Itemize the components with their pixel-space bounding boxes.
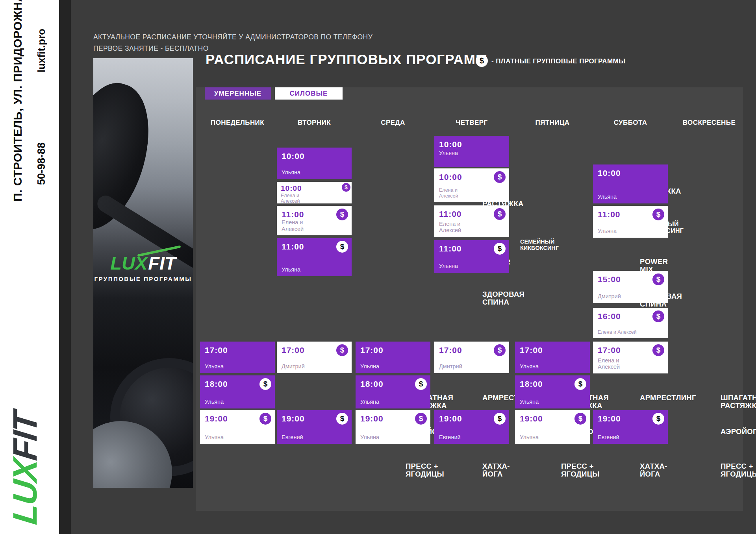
class-instructor: Елена и Алексей [598,329,663,335]
class-instructor: Евгений [439,434,504,441]
class-time: 17:00 [520,346,585,355]
class-card: $16:00СЕМЕЙНЫЙ КИКБОКСИНГЕлена и Алексей [593,308,668,338]
paid-badge-icon: $ [336,209,348,220]
class-card: $11:00ЗДОРОВАЯ СПИНАУльяна [277,238,352,276]
paid-badge-icon: $ [342,183,350,192]
class-title: ЗДОРОВАЯ СПИНА [482,290,524,306]
class-card: $17:00POWER MIXЕлена и Алексей [593,342,668,373]
page-title: РАСПИСАНИЕ ГРУППОВЫХ ПРОГРАММ [206,52,487,67]
logo-caption: ГРУППОВЫЕ ПРОГРАММЫ [93,275,193,282]
paid-badge-icon: $ [415,413,427,425]
top-note: АКТУАЛЬНОЕ РАСПИСАНИЕ УТОЧНЯЙТЕ У АДМИНИ… [93,31,372,54]
class-card: 10:00РАСТЯЖКАУльяна [434,136,509,167]
luxfit-logo-vertical: LUXFIT [8,338,46,524]
paid-legend-text: - ПЛАТНЫЕ ГРУППОВЫЕ ПРОГРАММЫ [491,57,625,65]
class-instructor: Ульяна [360,399,426,405]
class-instructor: Дмитрий [439,363,504,370]
class-instructor: Елена и Алексей [598,357,663,370]
class-instructor: Ульяна [360,434,426,441]
class-instructor: Ульяна [520,434,585,441]
class-title: ПРЕСС + ЯГОДИЦЫ [721,462,756,478]
paid-badge-icon: $ [652,413,664,425]
day-header-tuesday: ВТОРНИК [277,119,352,127]
class-instructor: Ульяна [282,266,347,273]
class-card: $11:00POWER MIXЕлена и Алексей [434,205,509,237]
class-card: $19:00ХАТХА-ЙОГАЕвгений [277,410,352,444]
class-instructor: Ульяна [520,363,585,370]
class-card: 17:00ШПАГАТНАЯ РАСТЯЖКАУльяна [515,342,590,373]
class-title: ШПАГАТНАЯ РАСТЯЖКА [721,394,756,410]
class-card: $19:00ПРЕСС + ЯГОДИЦЫУльяна [356,410,430,444]
class-instructor: Дмитрий [282,363,347,370]
day-header-sunday: ВОСКРЕСЕНЬЕ [672,119,747,127]
paid-badge-icon: $ [652,344,664,356]
class-card: $19:00ХАТХА-ЙОГАЕвгений [434,410,509,444]
logo-fit: FIT [6,411,44,462]
class-card: 17:00ШПАГАТНАЯ РАСТЯЖКАУльяна [356,342,430,373]
schedule-poster: П. СТРОИТЕЛЬ, УЛ. ПРИДОРОЖНАЯ 2А luxfit.… [0,0,756,534]
paid-badge-icon: $ [336,413,348,425]
class-instructor: Елена и Алексей [439,187,504,199]
paid-badge-icon: $ [259,378,271,390]
paid-badge-icon: $ [336,241,348,253]
class-time: 10:00 [281,184,312,193]
class-card: $17:00АРМРЕСТЛИНГДмитрий [277,342,352,373]
logo-wordmark: LUXFIT [93,254,193,272]
class-card: 10:00РАСТЯЖКАУльяна [277,148,352,179]
class-instructor: Ульяна [360,363,426,370]
class-card: $11:00POWER MIXЕлена и Алексей [277,206,352,235]
class-card: $11:00ЙОГАЛАТЕСУльяна [593,206,668,238]
class-title: ПРЕСС + ЯГОДИЦЫ [406,462,444,478]
class-instructor: Ульяна [520,399,585,405]
class-card: $19:00ПРЕСС + ЯГОДИЦЫУльяна [200,410,275,444]
class-instructor: Елена и Алексей [282,219,347,232]
class-instructor: Ульяна [282,169,347,176]
class-card: $11:00ЗДОРОВАЯ СПИНАУльяна [434,240,509,273]
address-text: П. СТРОИТЕЛЬ, УЛ. ПРИДОРОЖНАЯ 2А [12,7,30,201]
tab-strength[interactable]: СИЛОВЫЕ [275,87,343,100]
class-instructor: Ульяна [439,263,504,270]
paid-badge-icon: $ [336,344,348,356]
class-instructor: Елена и Алексей [439,221,504,234]
class-card: $18:00АЭРОЙОГАУльяна [515,375,590,408]
class-instructor: Ульяна [205,363,270,370]
logo-fit: FIT [148,253,176,273]
class-title: ХАТХА-ЙОГА [640,462,667,478]
day-header-wednesday: СРЕДА [356,119,430,127]
tab-moderate[interactable]: УМЕРЕННЫЕ [205,87,271,100]
paid-badge-icon: $ [259,413,271,425]
class-card: $10:00СЕМЕЙНЫЙ КИКБОКСИНГЕлена и Алексей [434,168,509,202]
gym-photo: LUXFIT ГРУППОВЫЕ ПРОГРАММЫ [93,58,193,488]
paid-badge-icon: $ [574,413,586,425]
class-instructor: Ульяна [439,150,504,157]
paid-badge-icon: $ [574,378,586,390]
day-header-thursday: ЧЕТВЕРГ [434,119,509,127]
paid-legend-icon: $ [476,55,488,67]
divider-strip [59,0,71,534]
class-title: АЭРОЙОГА [721,428,756,436]
paid-badge-icon: $ [494,171,506,183]
class-time: 10:00 [598,168,663,178]
class-card: $18:00АЭРОЙОГАУльяна [356,375,430,408]
day-header-friday: ПЯТНИЦА [515,119,590,127]
class-instructor: Евгений [282,434,347,441]
class-instructor: Дмитрий [598,293,663,300]
paid-badge-icon: $ [652,273,664,285]
paid-badge-icon: $ [494,243,506,255]
class-card: $18:00АЭРОЙОГАУльяна [200,375,275,408]
day-header-monday: ПОНЕДЕЛЬНИК [200,119,275,127]
class-card: $19:00ХАТХА-ЙОГАЕвгений [593,410,668,444]
paid-badge-icon: $ [652,310,664,322]
class-instructor: Ульяна [598,228,663,235]
paid-badge-icon: $ [494,344,506,356]
paid-badge-icon: $ [494,413,506,425]
class-title: АРМРЕСТЛИНГ [640,394,696,402]
website-text: luxfit.pro [36,27,48,72]
class-time: 17:00 [205,346,270,355]
day-header-saturday: СУББОТА [593,119,668,127]
class-card: $10:00СЕМЕЙНЫЙ КИКБОКСИНГЕлена и Алексей [277,182,352,203]
paid-badge-icon: $ [652,209,664,220]
class-card: 10:00РАСТЯЖКАУльяна [593,164,668,203]
paid-badge-icon: $ [415,378,427,390]
paid-badge-icon: $ [494,208,506,220]
